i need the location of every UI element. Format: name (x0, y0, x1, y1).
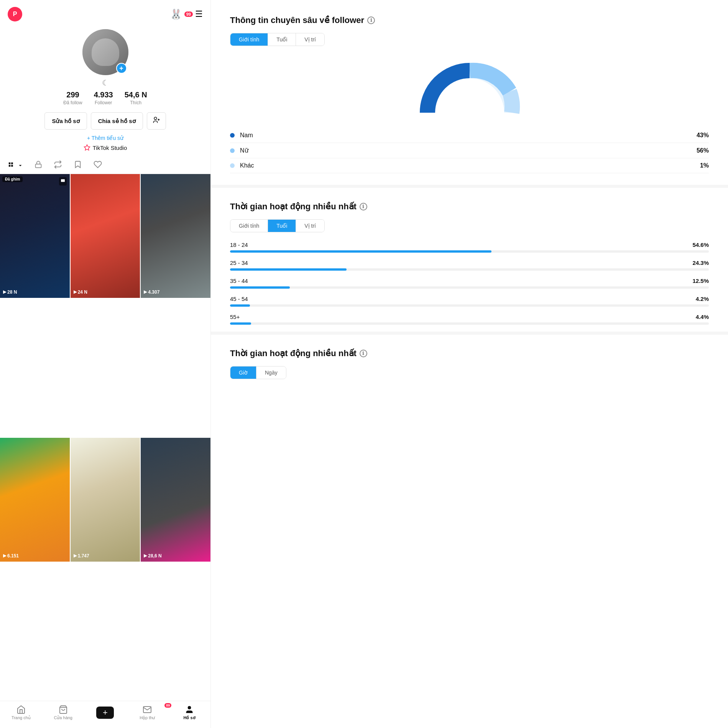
filter-tab-age[interactable]: Tuổi (268, 33, 296, 46)
other-dot (230, 163, 235, 168)
add-friend-button[interactable] (147, 112, 166, 130)
video-thumb-6[interactable]: ▶ 28,6 N (141, 438, 210, 562)
nav-inbox[interactable]: 89 Hộp thư (126, 705, 168, 720)
tab-lock[interactable] (35, 161, 42, 170)
bottom-activity-section: Thời gian hoạt động nhiều nhất ℹ Giờ Ngà… (230, 348, 709, 379)
activity-filter-gender[interactable]: Giới tính (230, 220, 268, 232)
male-dot (230, 133, 235, 138)
activity-time-info-icon[interactable]: ℹ (360, 203, 367, 210)
age-bar-35-44: 35 - 44 12.5% (230, 278, 709, 289)
video-type-icon (59, 177, 67, 186)
bunny-icon: 🐰 (170, 8, 182, 20)
svg-marker-3 (84, 145, 90, 150)
filter-tab-location[interactable]: Vị trí (296, 33, 324, 46)
tiktok-studio-label: TikTok Studio (93, 145, 127, 151)
activity-time-section: Thời gian hoạt động nhiều nhất ℹ Giới tí… (230, 202, 709, 325)
video-thumb-5[interactable]: ▶ 1.747 (71, 438, 140, 562)
svg-rect-8 (36, 164, 41, 168)
nav-shop[interactable]: Cửa hàng (42, 705, 84, 720)
follower-info-icon[interactable]: ℹ (367, 16, 375, 24)
bar-fill-5 (230, 322, 251, 325)
age-bar-55plus: 55+ 4.4% (230, 314, 709, 325)
nav-profile-label: Hồ sơ (184, 715, 196, 720)
time-filter-hour[interactable]: Giờ (230, 366, 256, 379)
notification-badge: 99 (184, 12, 193, 17)
legend-other: Khác 1% (230, 158, 709, 173)
edit-profile-button[interactable]: Sửa hồ sơ (44, 112, 87, 130)
tab-grid[interactable] (8, 161, 23, 170)
stat-follower[interactable]: 4.933 Follower (94, 90, 113, 105)
right-panel: Thông tin chuyên sâu về follower ℹ Giới … (211, 0, 728, 728)
follower-info-title: Thông tin chuyên sâu về follower ℹ (230, 15, 709, 25)
age-range-2: 25 - 34 (230, 260, 248, 266)
home-icon (16, 705, 26, 714)
age-pct-1: 54.6% (692, 242, 709, 248)
add-avatar-button[interactable]: + (116, 63, 127, 74)
bar-fill-3 (230, 286, 290, 289)
video-thumb-3[interactable]: ▶ 4.307 (141, 174, 210, 298)
tiktok-studio-button[interactable]: TikTok Studio (84, 144, 127, 151)
activity-filter-location[interactable]: Vị trí (296, 220, 324, 232)
filter-tab-gender[interactable]: Giới tính (230, 33, 268, 46)
activity-filter-tabs: Giới tính Tuổi Vị trí (230, 219, 325, 232)
age-range-1: 18 - 24 (230, 242, 248, 248)
section-divider-2 (211, 332, 728, 335)
tab-bookmark[interactable] (74, 160, 82, 171)
age-bar-18-24: 18 - 24 54.6% (230, 242, 709, 253)
bar-track-1 (230, 250, 709, 253)
video-thumb-1[interactable]: Đã ghim ▶ 28 N (0, 174, 70, 298)
nav-profile[interactable]: Hồ sơ (168, 705, 210, 720)
share-profile-button[interactable]: Chia sẻ hồ sơ (91, 112, 143, 130)
nav-shop-label: Cửa hàng (54, 715, 72, 720)
menu-icon[interactable]: ☰ (195, 9, 203, 19)
tab-like[interactable] (94, 160, 102, 171)
bar-fill-2 (230, 268, 347, 271)
activity-filter-age[interactable]: Tuổi (268, 220, 296, 232)
premium-badge[interactable]: P (8, 7, 22, 21)
age-pct-5: 4.4% (696, 314, 709, 320)
donut-chart-wrap (230, 55, 709, 117)
video-count-6: ▶ 28,6 N (144, 553, 161, 559)
nav-add[interactable]: + (84, 707, 127, 719)
time-filter-day[interactable]: Ngày (256, 366, 286, 379)
avatar-wrap: + (82, 29, 128, 75)
stats-row: 299 Đã follow 4.933 Follower 54,6 N Thíc… (63, 90, 147, 105)
video-count-2: ▶ 24 N (74, 289, 87, 295)
add-button[interactable]: + (96, 707, 114, 719)
legend-female: Nữ 56% (230, 143, 709, 158)
age-range-5: 55+ (230, 314, 240, 320)
other-pct: 1% (700, 162, 709, 169)
age-range-4: 45 - 54 (230, 296, 248, 302)
stat-following[interactable]: 299 Đã follow (63, 90, 82, 105)
top-bar-left: P (8, 7, 22, 21)
svg-rect-6 (9, 165, 11, 167)
top-bar-center: 🐰 99 ☰ (170, 8, 203, 20)
chevron-down-icon (18, 163, 23, 168)
stat-likes[interactable]: 54,6 N Thích (125, 90, 147, 105)
follower-label: Follower (94, 100, 113, 105)
left-panel: P 🐰 99 ☰ + ☾ 299 Đã follow 4.933 Followe… (0, 0, 211, 728)
bottom-nav: Trang chủ Cửa hàng + 89 Hộp thư (0, 701, 210, 728)
top-bar: P 🐰 99 ☰ (0, 0, 210, 25)
nav-inbox-label: Hộp thư (140, 715, 155, 720)
follower-filter-tabs: Giới tính Tuổi Vị trí (230, 33, 325, 46)
add-bio-button[interactable]: + Thêm tiểu sử (87, 135, 123, 141)
bottom-activity-title: Thời gian hoạt động nhiều nhất ℹ (230, 348, 709, 358)
svg-rect-7 (11, 165, 13, 167)
following-value: 299 (63, 90, 82, 99)
video-thumb-2[interactable]: ▶ 24 N (71, 174, 140, 298)
inbox-badge: 89 (164, 703, 171, 708)
female-pct: 56% (697, 147, 709, 154)
nav-home[interactable]: Trang chủ (0, 705, 42, 720)
tab-repost[interactable] (54, 160, 62, 171)
shop-icon (59, 705, 68, 714)
svg-rect-5 (11, 162, 13, 164)
bottom-activity-info-icon[interactable]: ℹ (360, 350, 367, 357)
video-grid: Đã ghim ▶ 28 N ▶ 24 N ▶ 4.307 ▶ (0, 174, 210, 701)
studio-icon (84, 144, 90, 151)
video-thumb-4[interactable]: ▶ 6.151 (0, 438, 70, 562)
age-pct-2: 24.3% (692, 260, 709, 266)
age-pct-4: 4.2% (696, 296, 709, 302)
gender-legend: Nam 43% Nữ 56% Khác 1% (230, 128, 709, 173)
male-pct: 43% (697, 132, 709, 139)
